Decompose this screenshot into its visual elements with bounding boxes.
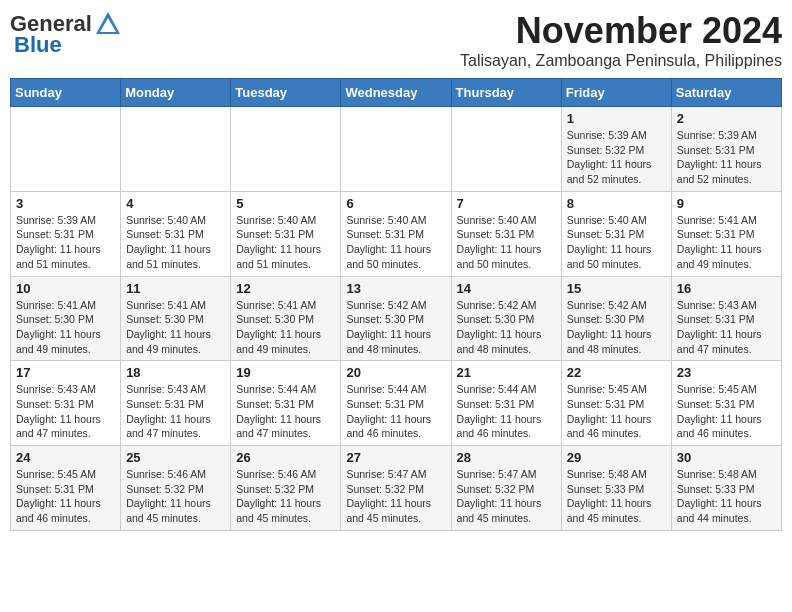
- calendar-cell-w3-d5: 14Sunrise: 5:42 AM Sunset: 5:30 PM Dayli…: [451, 276, 561, 361]
- day-info: Sunrise: 5:48 AM Sunset: 5:33 PM Dayligh…: [567, 467, 666, 526]
- calendar-cell-w5-d4: 27Sunrise: 5:47 AM Sunset: 5:32 PM Dayli…: [341, 446, 451, 531]
- week-row-2: 3Sunrise: 5:39 AM Sunset: 5:31 PM Daylig…: [11, 191, 782, 276]
- day-info: Sunrise: 5:43 AM Sunset: 5:31 PM Dayligh…: [677, 298, 776, 357]
- day-info: Sunrise: 5:44 AM Sunset: 5:31 PM Dayligh…: [236, 382, 335, 441]
- day-info: Sunrise: 5:41 AM Sunset: 5:30 PM Dayligh…: [126, 298, 225, 357]
- page-header: General Blue November 2024 Talisayan, Za…: [10, 10, 782, 70]
- calendar-cell-w4-d3: 19Sunrise: 5:44 AM Sunset: 5:31 PM Dayli…: [231, 361, 341, 446]
- header-monday: Monday: [121, 79, 231, 107]
- header-friday: Friday: [561, 79, 671, 107]
- day-number: 2: [677, 111, 776, 126]
- calendar-cell-w3-d7: 16Sunrise: 5:43 AM Sunset: 5:31 PM Dayli…: [671, 276, 781, 361]
- day-number: 24: [16, 450, 115, 465]
- week-row-1: 1Sunrise: 5:39 AM Sunset: 5:32 PM Daylig…: [11, 107, 782, 192]
- day-number: 1: [567, 111, 666, 126]
- page-title: November 2024: [460, 10, 782, 52]
- day-number: 29: [567, 450, 666, 465]
- day-info: Sunrise: 5:47 AM Sunset: 5:32 PM Dayligh…: [457, 467, 556, 526]
- header-thursday: Thursday: [451, 79, 561, 107]
- day-number: 7: [457, 196, 556, 211]
- day-number: 14: [457, 281, 556, 296]
- day-info: Sunrise: 5:48 AM Sunset: 5:33 PM Dayligh…: [677, 467, 776, 526]
- day-info: Sunrise: 5:41 AM Sunset: 5:30 PM Dayligh…: [16, 298, 115, 357]
- day-number: 19: [236, 365, 335, 380]
- calendar-cell-w5-d2: 25Sunrise: 5:46 AM Sunset: 5:32 PM Dayli…: [121, 446, 231, 531]
- day-number: 9: [677, 196, 776, 211]
- day-number: 28: [457, 450, 556, 465]
- logo: General Blue: [10, 10, 122, 58]
- logo-blue-text: Blue: [14, 32, 62, 58]
- day-number: 25: [126, 450, 225, 465]
- day-info: Sunrise: 5:42 AM Sunset: 5:30 PM Dayligh…: [457, 298, 556, 357]
- calendar-cell-w2-d2: 4Sunrise: 5:40 AM Sunset: 5:31 PM Daylig…: [121, 191, 231, 276]
- day-info: Sunrise: 5:44 AM Sunset: 5:31 PM Dayligh…: [457, 382, 556, 441]
- day-number: 20: [346, 365, 445, 380]
- day-info: Sunrise: 5:40 AM Sunset: 5:31 PM Dayligh…: [457, 213, 556, 272]
- calendar-cell-w1-d3: [231, 107, 341, 192]
- day-number: 4: [126, 196, 225, 211]
- day-number: 10: [16, 281, 115, 296]
- calendar-cell-w2-d6: 8Sunrise: 5:40 AM Sunset: 5:31 PM Daylig…: [561, 191, 671, 276]
- calendar-cell-w2-d3: 5Sunrise: 5:40 AM Sunset: 5:31 PM Daylig…: [231, 191, 341, 276]
- day-number: 17: [16, 365, 115, 380]
- calendar-cell-w5-d1: 24Sunrise: 5:45 AM Sunset: 5:31 PM Dayli…: [11, 446, 121, 531]
- day-info: Sunrise: 5:39 AM Sunset: 5:31 PM Dayligh…: [677, 128, 776, 187]
- day-number: 11: [126, 281, 225, 296]
- calendar-cell-w1-d1: [11, 107, 121, 192]
- day-number: 22: [567, 365, 666, 380]
- header-sunday: Sunday: [11, 79, 121, 107]
- header-wednesday: Wednesday: [341, 79, 451, 107]
- calendar-header-row: Sunday Monday Tuesday Wednesday Thursday…: [11, 79, 782, 107]
- day-info: Sunrise: 5:44 AM Sunset: 5:31 PM Dayligh…: [346, 382, 445, 441]
- calendar-cell-w1-d6: 1Sunrise: 5:39 AM Sunset: 5:32 PM Daylig…: [561, 107, 671, 192]
- day-info: Sunrise: 5:45 AM Sunset: 5:31 PM Dayligh…: [677, 382, 776, 441]
- calendar-cell-w2-d5: 7Sunrise: 5:40 AM Sunset: 5:31 PM Daylig…: [451, 191, 561, 276]
- day-number: 15: [567, 281, 666, 296]
- day-number: 21: [457, 365, 556, 380]
- day-info: Sunrise: 5:41 AM Sunset: 5:30 PM Dayligh…: [236, 298, 335, 357]
- calendar-cell-w1-d2: [121, 107, 231, 192]
- day-number: 27: [346, 450, 445, 465]
- day-info: Sunrise: 5:43 AM Sunset: 5:31 PM Dayligh…: [126, 382, 225, 441]
- day-number: 3: [16, 196, 115, 211]
- week-row-5: 24Sunrise: 5:45 AM Sunset: 5:31 PM Dayli…: [11, 446, 782, 531]
- day-info: Sunrise: 5:40 AM Sunset: 5:31 PM Dayligh…: [567, 213, 666, 272]
- day-number: 26: [236, 450, 335, 465]
- day-info: Sunrise: 5:43 AM Sunset: 5:31 PM Dayligh…: [16, 382, 115, 441]
- day-number: 6: [346, 196, 445, 211]
- day-info: Sunrise: 5:39 AM Sunset: 5:31 PM Dayligh…: [16, 213, 115, 272]
- day-number: 5: [236, 196, 335, 211]
- calendar-cell-w1-d7: 2Sunrise: 5:39 AM Sunset: 5:31 PM Daylig…: [671, 107, 781, 192]
- day-info: Sunrise: 5:42 AM Sunset: 5:30 PM Dayligh…: [567, 298, 666, 357]
- calendar-cell-w2-d4: 6Sunrise: 5:40 AM Sunset: 5:31 PM Daylig…: [341, 191, 451, 276]
- page-subtitle: Talisayan, Zamboanga Peninsula, Philippi…: [460, 52, 782, 70]
- day-info: Sunrise: 5:39 AM Sunset: 5:32 PM Dayligh…: [567, 128, 666, 187]
- day-info: Sunrise: 5:45 AM Sunset: 5:31 PM Dayligh…: [16, 467, 115, 526]
- calendar-cell-w5-d7: 30Sunrise: 5:48 AM Sunset: 5:33 PM Dayli…: [671, 446, 781, 531]
- calendar-cell-w4-d7: 23Sunrise: 5:45 AM Sunset: 5:31 PM Dayli…: [671, 361, 781, 446]
- day-number: 8: [567, 196, 666, 211]
- calendar-cell-w4-d5: 21Sunrise: 5:44 AM Sunset: 5:31 PM Dayli…: [451, 361, 561, 446]
- calendar-cell-w5-d6: 29Sunrise: 5:48 AM Sunset: 5:33 PM Dayli…: [561, 446, 671, 531]
- calendar-cell-w3-d1: 10Sunrise: 5:41 AM Sunset: 5:30 PM Dayli…: [11, 276, 121, 361]
- day-number: 13: [346, 281, 445, 296]
- day-number: 12: [236, 281, 335, 296]
- day-info: Sunrise: 5:40 AM Sunset: 5:31 PM Dayligh…: [236, 213, 335, 272]
- day-info: Sunrise: 5:40 AM Sunset: 5:31 PM Dayligh…: [346, 213, 445, 272]
- calendar-cell-w5-d5: 28Sunrise: 5:47 AM Sunset: 5:32 PM Dayli…: [451, 446, 561, 531]
- calendar-cell-w4-d6: 22Sunrise: 5:45 AM Sunset: 5:31 PM Dayli…: [561, 361, 671, 446]
- calendar-cell-w2-d1: 3Sunrise: 5:39 AM Sunset: 5:31 PM Daylig…: [11, 191, 121, 276]
- day-number: 23: [677, 365, 776, 380]
- calendar-table: Sunday Monday Tuesday Wednesday Thursday…: [10, 78, 782, 531]
- day-number: 30: [677, 450, 776, 465]
- day-info: Sunrise: 5:46 AM Sunset: 5:32 PM Dayligh…: [126, 467, 225, 526]
- day-info: Sunrise: 5:47 AM Sunset: 5:32 PM Dayligh…: [346, 467, 445, 526]
- calendar-cell-w2-d7: 9Sunrise: 5:41 AM Sunset: 5:31 PM Daylig…: [671, 191, 781, 276]
- calendar-cell-w1-d5: [451, 107, 561, 192]
- day-info: Sunrise: 5:45 AM Sunset: 5:31 PM Dayligh…: [567, 382, 666, 441]
- calendar-cell-w3-d2: 11Sunrise: 5:41 AM Sunset: 5:30 PM Dayli…: [121, 276, 231, 361]
- calendar-cell-w3-d4: 13Sunrise: 5:42 AM Sunset: 5:30 PM Dayli…: [341, 276, 451, 361]
- day-number: 16: [677, 281, 776, 296]
- header-tuesday: Tuesday: [231, 79, 341, 107]
- calendar-cell-w4-d1: 17Sunrise: 5:43 AM Sunset: 5:31 PM Dayli…: [11, 361, 121, 446]
